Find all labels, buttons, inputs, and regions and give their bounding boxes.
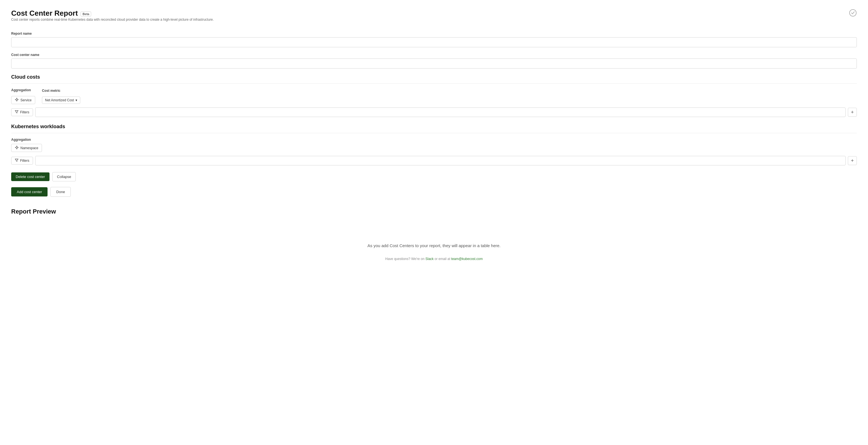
cost-center-name-input[interactable] — [11, 59, 857, 68]
email-link[interactable]: team@kubecost.com — [451, 257, 483, 261]
cloud-costs-title: Cloud costs — [11, 74, 857, 82]
k8s-add-filter-button[interactable]: + — [848, 156, 857, 165]
cloud-aggregation-label: Aggregation — [11, 88, 35, 92]
page-subtitle: Cost center reports combine real-time Ku… — [11, 18, 214, 22]
k8s-filter-input[interactable] — [35, 156, 846, 166]
k8s-filter-icon — [15, 158, 19, 163]
k8s-aggregation-button[interactable]: Namespace — [11, 144, 42, 152]
svg-point-1 — [16, 99, 18, 100]
add-cost-center-button[interactable]: Add cost center — [11, 187, 48, 197]
kubernetes-divider — [11, 133, 857, 133]
cloud-add-filter-button[interactable]: + — [848, 108, 857, 117]
beta-badge: Beta — [81, 11, 91, 17]
cloud-aggregation-value: Service — [21, 98, 32, 102]
filter-icon — [15, 110, 19, 115]
cloud-filter-input[interactable] — [35, 108, 846, 117]
delete-cost-center-button[interactable]: Delete cost center — [11, 172, 50, 181]
cost-center-name-label: Cost center name — [11, 53, 857, 57]
kubernetes-title: Kubernetes workloads — [11, 124, 857, 132]
report-name-label: Report name — [11, 32, 857, 35]
cloud-costs-divider — [11, 83, 857, 84]
help-text: Have questions? We're on Slack or email … — [11, 257, 857, 261]
cost-metric-label: Cost metric — [42, 89, 80, 93]
cost-metric-value: Net Amortized Cost — [45, 98, 74, 102]
svg-point-0 — [849, 9, 856, 16]
chevron-down-icon: ▾ — [75, 98, 77, 102]
collapse-button[interactable]: Collapse — [52, 172, 76, 181]
cloud-filters-button[interactable]: Filters — [11, 108, 33, 116]
slack-link[interactable]: Slack — [425, 257, 433, 261]
help-text-prefix: Have questions? We're on — [385, 257, 425, 261]
k8s-aggregation-icon — [15, 146, 19, 150]
k8s-plus-icon: + — [851, 158, 854, 164]
k8s-aggregation-value: Namespace — [21, 146, 38, 150]
report-name-input[interactable] — [11, 37, 857, 47]
report-preview-title: Report Preview — [11, 208, 857, 215]
cloud-aggregation-button[interactable]: Service — [11, 96, 35, 104]
preview-empty-message: As you add Cost Centers to your report, … — [11, 227, 857, 254]
cloud-filters-label: Filters — [20, 110, 29, 114]
plus-icon: + — [851, 110, 854, 115]
cost-metric-dropdown[interactable]: Net Amortized Cost ▾ — [42, 96, 80, 104]
page-title: Cost Center Report — [11, 9, 78, 18]
svg-point-6 — [16, 147, 18, 148]
aggregation-icon — [15, 98, 19, 102]
k8s-aggregation-label: Aggregation — [11, 138, 857, 142]
k8s-filters-button[interactable]: Filters — [11, 157, 33, 165]
k8s-filters-label: Filters — [20, 159, 29, 162]
done-button[interactable]: Done — [50, 187, 71, 197]
help-or-text: or email at — [435, 257, 451, 261]
check-icon — [849, 9, 857, 18]
